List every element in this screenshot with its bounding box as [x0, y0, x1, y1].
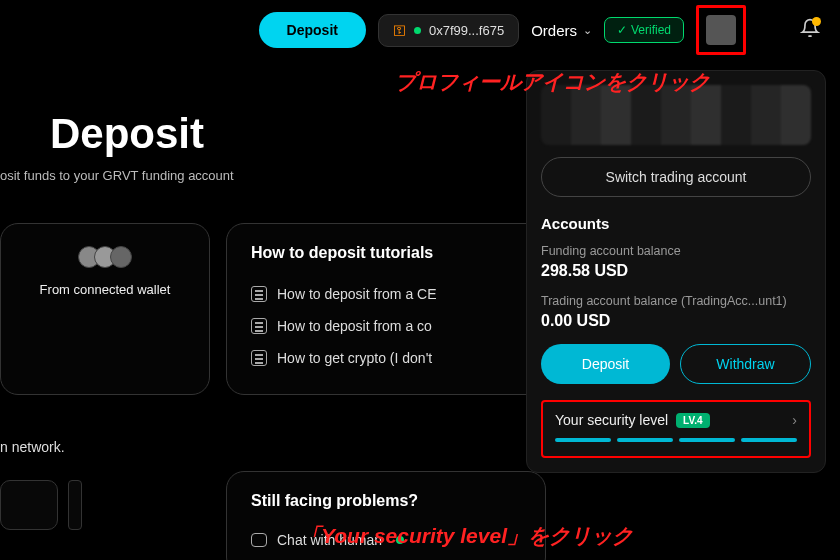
profile-avatar[interactable]	[706, 15, 736, 45]
security-level-label: Your security level	[555, 412, 668, 428]
dropdown-deposit-button[interactable]: Deposit	[541, 344, 670, 384]
switch-account-button[interactable]: Switch trading account	[541, 157, 811, 197]
tutorial-link-0[interactable]: How to deposit from a CE	[251, 278, 521, 310]
app-header: Deposit ⚿ 0x7f99...f675 Orders ⌄ ✓ Verif…	[0, 0, 840, 60]
security-progress	[555, 438, 797, 442]
verified-badge: ✓ Verified	[604, 17, 684, 43]
orders-nav[interactable]: Orders ⌄	[531, 22, 592, 39]
annotation-security-click: 「Your security level」をクリック	[300, 522, 633, 550]
funding-balance-label: Funding account balance	[541, 244, 811, 258]
partial-card-left	[0, 480, 58, 530]
notifications-bell[interactable]	[800, 18, 820, 43]
chevron-down-icon: ⌄	[583, 24, 592, 37]
problems-title: Still facing problems?	[251, 492, 521, 510]
coin-stack-icon	[78, 246, 132, 268]
chat-icon	[251, 533, 267, 547]
wallet-address-chip[interactable]: ⚿ 0x7f99...f675	[378, 14, 519, 47]
funding-balance-value: 298.58 USD	[541, 262, 811, 280]
key-icon: ⚿	[393, 23, 406, 38]
dropdown-withdraw-button[interactable]: Withdraw	[680, 344, 811, 384]
tutorial-link-2[interactable]: How to get crypto (I don't	[251, 342, 521, 374]
partial-card-left-2	[68, 480, 82, 530]
document-icon	[251, 318, 267, 334]
orders-label: Orders	[531, 22, 577, 39]
chevron-right-icon: ›	[792, 412, 797, 428]
tutorials-card: How to deposit tutorials How to deposit …	[226, 223, 546, 395]
document-icon	[251, 286, 267, 302]
trading-balance-value: 0.00 USD	[541, 312, 811, 330]
from-wallet-card[interactable]: From connected wallet	[0, 223, 210, 395]
trading-balance-label: Trading account balance (TradingAcc...un…	[541, 294, 811, 308]
profile-avatar-highlight	[696, 5, 746, 55]
accounts-heading: Accounts	[541, 215, 811, 232]
profile-dropdown: Switch trading account Accounts Funding …	[526, 70, 826, 473]
annotation-profile-click: プロフィールアイコンをクリック	[395, 68, 710, 96]
status-dot-icon	[414, 27, 421, 34]
tutorials-title: How to deposit tutorials	[251, 244, 521, 262]
wallet-card-desc: From connected wallet	[17, 282, 193, 297]
wallet-address-text: 0x7f99...f675	[429, 23, 504, 38]
notif-badge-icon	[812, 17, 821, 26]
deposit-button[interactable]: Deposit	[259, 12, 366, 48]
tutorial-link-1[interactable]: How to deposit from a co	[251, 310, 521, 342]
check-icon: ✓	[617, 23, 627, 37]
verified-text: Verified	[631, 23, 671, 37]
level-badge: LV.4	[676, 413, 709, 428]
security-level-row[interactable]: Your security level LV.4 ›	[541, 400, 811, 458]
document-icon	[251, 350, 267, 366]
